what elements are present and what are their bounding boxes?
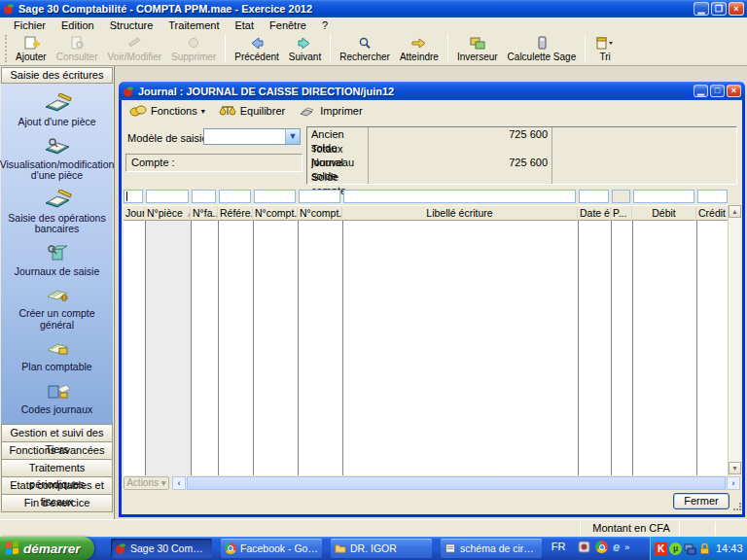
entry-npiece-input[interactable] bbox=[146, 190, 189, 203]
toolbar-grip[interactable] bbox=[5, 35, 8, 62]
sidebar-group-fin-exercice[interactable]: Fin d'exercice bbox=[1, 494, 113, 512]
totaux-journal-value bbox=[369, 142, 552, 157]
restore-button[interactable]: ❐ bbox=[711, 2, 727, 16]
col-reference[interactable]: Référe... bbox=[218, 206, 253, 221]
scrollbar-thumb[interactable] bbox=[187, 476, 726, 490]
col-ncompte2[interactable]: N°compt... bbox=[298, 206, 342, 221]
invert-windows-icon bbox=[468, 36, 487, 52]
atteindre-button[interactable]: Atteindre bbox=[395, 33, 444, 64]
menu-structure[interactable]: Structure bbox=[102, 18, 161, 32]
sidebar-group-traitements[interactable]: Traitements périodiques bbox=[1, 459, 113, 477]
table-horizontal-scrollbar[interactable]: ‹ › bbox=[172, 476, 740, 490]
col-date[interactable]: Date é... bbox=[578, 206, 611, 221]
network-tray-icon[interactable] bbox=[684, 542, 696, 555]
task-sage[interactable]: Sage 30 Comptabil... bbox=[111, 539, 212, 558]
col-debit[interactable]: Débit bbox=[632, 206, 696, 221]
language-indicator[interactable]: FR bbox=[547, 541, 570, 552]
menu-help[interactable]: ? bbox=[314, 18, 336, 32]
rechercher-button[interactable]: Rechercher bbox=[335, 33, 395, 64]
suivant-button[interactable]: Suivant bbox=[284, 33, 326, 64]
col-libelle[interactable]: Libellé écriture bbox=[342, 206, 578, 221]
fermer-button[interactable]: Fermer bbox=[673, 493, 729, 509]
sidebar-item-journaux-saisie[interactable]: Journaux de saisie bbox=[3, 243, 112, 278]
task-facebook-browser[interactable]: Facebook - Google... bbox=[221, 539, 322, 558]
menu-fichier[interactable]: Fichier bbox=[6, 18, 53, 32]
menu-fenetre[interactable]: Fenêtre bbox=[262, 18, 314, 32]
entry-reference-input[interactable] bbox=[219, 190, 251, 203]
col-ncompte1[interactable]: N°compt... bbox=[253, 206, 298, 221]
entry-date-input[interactable] bbox=[579, 190, 609, 203]
menu-etat[interactable]: Etat bbox=[227, 18, 262, 32]
lock-tray-icon[interactable] bbox=[698, 542, 711, 555]
col-jour[interactable]: Jour bbox=[124, 206, 145, 221]
sidebar-item-visualisation[interactable]: Visualisation/modification d'une pièce bbox=[3, 136, 112, 182]
entry-libelle-input[interactable] bbox=[343, 190, 576, 203]
browser-icon bbox=[225, 542, 236, 554]
scroll-right-icon[interactable]: › bbox=[727, 476, 740, 490]
resize-grip[interactable] bbox=[733, 503, 741, 510]
imprimer-button[interactable]: Imprimer bbox=[299, 104, 362, 118]
modele-saisie-combobox[interactable]: ▼ bbox=[203, 128, 301, 145]
nouveau-solde-label: Nouveau solde bbox=[307, 156, 369, 170]
scroll-down-icon[interactable]: ▼ bbox=[729, 462, 741, 474]
task-schema-document[interactable]: schéma de circulati... bbox=[441, 539, 542, 558]
sidebar-panel: Ajout d'une pièce Visualisation/modifica… bbox=[1, 84, 113, 425]
scroll-left-icon[interactable]: ‹ bbox=[172, 476, 186, 490]
equilibrer-button[interactable]: Equilibrer bbox=[219, 104, 285, 118]
sidebar-item-ajout-piece[interactable]: Ajout d'une pièce bbox=[3, 93, 112, 128]
minimize-button[interactable]: ▁ bbox=[694, 2, 709, 16]
utorrent-tray-icon[interactable]: µ bbox=[669, 542, 682, 555]
chevron-more-icon[interactable]: » bbox=[624, 542, 629, 552]
sidebar-item-operations-bancaires[interactable]: Saisie des opérations bancaires bbox=[3, 190, 112, 235]
internet-explorer-icon[interactable]: e bbox=[613, 541, 620, 553]
sidebar-group-fonctions-avancees[interactable]: Fonctions avancées bbox=[1, 441, 113, 460]
toolbar-separator bbox=[225, 35, 226, 62]
journal-content: Fonctions ▾ Equilibrer Imprimer Modèle d… bbox=[122, 100, 742, 511]
sidebar-item-creer-compte[interactable]: Créer un compte général bbox=[3, 285, 112, 331]
sidebar-group-etats[interactable]: Etats comptables et fiscaux bbox=[1, 476, 113, 495]
entry-nfa-input[interactable] bbox=[192, 190, 216, 203]
scroll-up-icon[interactable]: ▲ bbox=[729, 205, 741, 218]
journal-close-button[interactable]: × bbox=[727, 85, 741, 97]
col-p[interactable]: P... bbox=[611, 206, 632, 221]
inverseur-button[interactable]: Inverseur bbox=[452, 33, 503, 64]
sage-app-icon bbox=[115, 542, 126, 554]
entry-jour-input[interactable] bbox=[124, 190, 143, 203]
ancien-solde-label: Ancien solde bbox=[307, 127, 369, 142]
entry-ncompte2-input[interactable] bbox=[299, 190, 340, 203]
start-button[interactable]: démarrer bbox=[0, 537, 94, 560]
antivirus-tray-icon[interactable]: K bbox=[655, 542, 667, 555]
col-nfa[interactable]: N°fa... bbox=[191, 206, 218, 221]
table-vertical-scrollbar[interactable]: ▲ ▼ bbox=[728, 205, 740, 475]
col-npiece[interactable]: N°pièce ▲ bbox=[145, 206, 191, 221]
sidebar-header-saisie[interactable]: Saisie des écritures bbox=[1, 67, 113, 84]
plan-sheet-icon bbox=[41, 338, 74, 360]
entry-ncompte1-input[interactable] bbox=[254, 190, 296, 203]
toolbar-separator bbox=[447, 35, 448, 62]
tri-button[interactable]: Tri bbox=[589, 33, 621, 64]
journal-minimize-button[interactable]: ▁ bbox=[694, 85, 708, 97]
menu-traitement[interactable]: Traitement bbox=[160, 18, 227, 32]
sidebar-item-plan-comptable[interactable]: Plan comptable bbox=[3, 338, 112, 373]
precedent-button[interactable]: Précédent bbox=[230, 33, 284, 64]
journal-maximize-button[interactable]: □ bbox=[710, 85, 725, 97]
entry-credit-input[interactable] bbox=[697, 190, 728, 203]
table-body[interactable] bbox=[124, 221, 728, 475]
pencil-icon bbox=[124, 36, 144, 52]
calculette-button[interactable]: Calculette Sage bbox=[503, 33, 582, 64]
ajouter-button[interactable]: Ajouter bbox=[11, 33, 52, 64]
close-button[interactable]: × bbox=[729, 2, 744, 16]
task-folder-dr-igor[interactable]: DR. IGOR bbox=[331, 539, 432, 558]
menu-edition[interactable]: Edition bbox=[53, 18, 102, 32]
chrome-icon[interactable] bbox=[595, 541, 608, 553]
sidebar-item-codes-journaux[interactable]: Codes journaux bbox=[3, 381, 112, 416]
scales-icon bbox=[219, 104, 236, 118]
quick-launch-app-icon[interactable] bbox=[578, 541, 590, 553]
fonctions-button[interactable]: Fonctions ▾ bbox=[129, 104, 205, 118]
clock[interactable]: 14:43 bbox=[716, 542, 743, 554]
chevron-down-icon[interactable]: ▼ bbox=[285, 129, 300, 144]
entry-debit-input[interactable] bbox=[633, 190, 694, 203]
sidebar-group-tiers[interactable]: Gestion et suivi des Tiers bbox=[1, 424, 113, 442]
solde-compte-value bbox=[369, 170, 552, 185]
col-credit[interactable]: Crédit bbox=[696, 206, 728, 221]
